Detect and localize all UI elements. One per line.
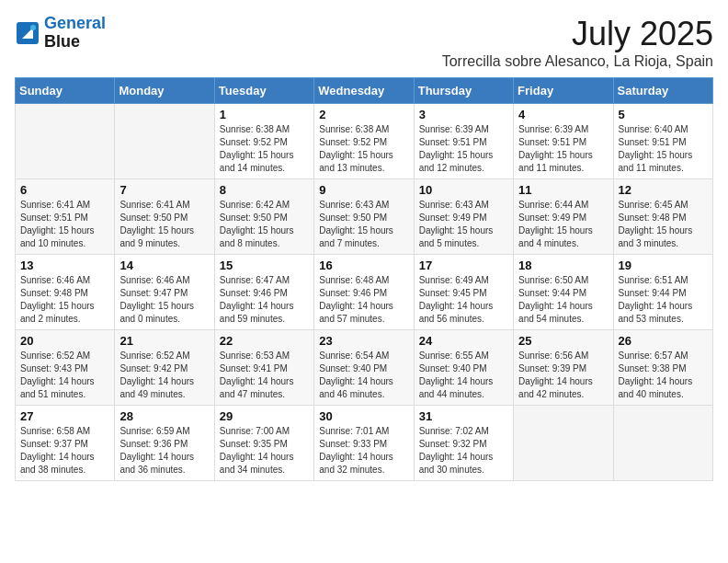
header-cell-monday: Monday [115,78,214,104]
day-cell: 9Sunrise: 6:43 AM Sunset: 9:50 PM Daylig… [314,179,414,255]
day-number: 2 [319,108,408,121]
day-cell: 15Sunrise: 6:47 AM Sunset: 9:46 PM Dayli… [214,255,313,330]
day-cell: 13Sunrise: 6:46 AM Sunset: 9:48 PM Dayli… [16,255,115,330]
week-row-5: 27Sunrise: 6:58 AM Sunset: 9:37 PM Dayli… [16,406,713,481]
week-row-3: 13Sunrise: 6:46 AM Sunset: 9:48 PM Dayli… [16,255,713,330]
day-cell: 1Sunrise: 6:38 AM Sunset: 9:52 PM Daylig… [214,104,313,179]
day-cell: 24Sunrise: 6:55 AM Sunset: 9:40 PM Dayli… [414,330,513,406]
day-cell: 4Sunrise: 6:39 AM Sunset: 9:51 PM Daylig… [514,104,613,179]
day-cell [16,104,115,179]
location: Torrecilla sobre Alesanco, La Rioja, Spa… [442,53,713,70]
day-cell: 21Sunrise: 6:52 AM Sunset: 9:42 PM Dayli… [115,330,214,406]
calendar-header: SundayMondayTuesdayWednesdayThursdayFrid… [16,78,713,104]
day-number: 18 [518,259,608,272]
header-cell-thursday: Thursday [414,78,513,104]
day-number: 3 [419,108,508,121]
day-info: Sunrise: 6:46 AM Sunset: 9:47 PM Dayligh… [119,274,209,326]
header-cell-sunday: Sunday [16,78,115,104]
calendar-table: SundayMondayTuesdayWednesdayThursdayFrid… [15,77,713,481]
week-row-4: 20Sunrise: 6:52 AM Sunset: 9:43 PM Dayli… [16,330,713,406]
day-cell: 10Sunrise: 6:43 AM Sunset: 9:49 PM Dayli… [414,179,513,255]
day-cell: 16Sunrise: 6:48 AM Sunset: 9:46 PM Dayli… [314,255,414,330]
day-cell: 6Sunrise: 6:41 AM Sunset: 9:51 PM Daylig… [16,179,115,255]
header-cell-wednesday: Wednesday [314,78,414,104]
day-cell: 3Sunrise: 6:39 AM Sunset: 9:51 PM Daylig… [414,104,513,179]
day-cell: 29Sunrise: 7:00 AM Sunset: 9:35 PM Dayli… [214,406,313,481]
day-number: 30 [319,409,408,423]
calendar-body: 1Sunrise: 6:38 AM Sunset: 9:52 PM Daylig… [16,104,713,481]
day-info: Sunrise: 6:41 AM Sunset: 9:50 PM Dayligh… [119,199,209,250]
day-number: 29 [220,409,309,423]
day-info: Sunrise: 6:59 AM Sunset: 9:36 PM Dayligh… [119,425,209,477]
month-title: July 2025 [442,15,713,53]
week-row-1: 1Sunrise: 6:38 AM Sunset: 9:52 PM Daylig… [16,104,713,179]
header-cell-tuesday: Tuesday [214,78,313,104]
day-info: Sunrise: 6:43 AM Sunset: 9:50 PM Dayligh… [319,199,408,250]
day-info: Sunrise: 6:43 AM Sunset: 9:49 PM Dayligh… [419,199,508,250]
day-cell: 14Sunrise: 6:46 AM Sunset: 9:47 PM Dayli… [115,255,214,330]
day-number: 31 [419,409,508,423]
day-cell: 23Sunrise: 6:54 AM Sunset: 9:40 PM Dayli… [314,330,414,406]
day-cell: 30Sunrise: 7:01 AM Sunset: 9:33 PM Dayli… [314,406,414,481]
day-info: Sunrise: 7:00 AM Sunset: 9:35 PM Dayligh… [220,425,309,477]
day-cell: 5Sunrise: 6:40 AM Sunset: 9:51 PM Daylig… [613,104,712,179]
day-number: 10 [419,183,508,197]
day-cell [613,406,712,481]
day-number: 23 [319,334,408,348]
day-info: Sunrise: 6:58 AM Sunset: 9:37 PM Dayligh… [20,425,109,477]
day-cell: 28Sunrise: 6:59 AM Sunset: 9:36 PM Dayli… [115,406,214,481]
day-info: Sunrise: 6:44 AM Sunset: 9:49 PM Dayligh… [518,199,608,250]
day-cell: 2Sunrise: 6:38 AM Sunset: 9:52 PM Daylig… [314,104,414,179]
day-cell: 26Sunrise: 6:57 AM Sunset: 9:38 PM Dayli… [613,330,712,406]
day-number: 5 [619,108,708,121]
day-number: 27 [20,409,109,423]
logo-icon [15,20,40,46]
day-info: Sunrise: 6:38 AM Sunset: 9:52 PM Dayligh… [220,123,309,175]
week-row-2: 6Sunrise: 6:41 AM Sunset: 9:51 PM Daylig… [16,179,713,255]
day-cell: 31Sunrise: 7:02 AM Sunset: 9:32 PM Dayli… [414,406,513,481]
day-info: Sunrise: 6:49 AM Sunset: 9:45 PM Dayligh… [419,274,508,326]
day-number: 7 [119,183,209,197]
day-number: 28 [119,409,209,423]
logo-text: General Blue [44,15,106,52]
page-header: General Blue July 2025 Torrecilla sobre … [15,15,713,70]
day-number: 22 [220,334,309,348]
day-info: Sunrise: 6:55 AM Sunset: 9:40 PM Dayligh… [419,350,508,401]
day-cell: 11Sunrise: 6:44 AM Sunset: 9:49 PM Dayli… [514,179,613,255]
day-number: 13 [20,259,109,272]
day-number: 11 [518,183,608,197]
day-info: Sunrise: 6:57 AM Sunset: 9:38 PM Dayligh… [619,350,708,401]
day-cell: 7Sunrise: 6:41 AM Sunset: 9:50 PM Daylig… [115,179,214,255]
day-number: 19 [619,259,708,272]
day-cell: 27Sunrise: 6:58 AM Sunset: 9:37 PM Dayli… [16,406,115,481]
day-number: 4 [518,108,608,121]
title-block: July 2025 Torrecilla sobre Alesanco, La … [442,15,713,70]
svg-point-2 [30,25,36,30]
day-info: Sunrise: 6:39 AM Sunset: 9:51 PM Dayligh… [518,123,608,175]
day-cell: 8Sunrise: 6:42 AM Sunset: 9:50 PM Daylig… [214,179,313,255]
day-number: 9 [319,183,408,197]
day-cell: 19Sunrise: 6:51 AM Sunset: 9:44 PM Dayli… [613,255,712,330]
day-info: Sunrise: 6:53 AM Sunset: 9:41 PM Dayligh… [220,350,309,401]
day-info: Sunrise: 6:46 AM Sunset: 9:48 PM Dayligh… [20,274,109,326]
day-cell: 25Sunrise: 6:56 AM Sunset: 9:39 PM Dayli… [514,330,613,406]
day-number: 12 [619,183,708,197]
header-cell-friday: Friday [514,78,613,104]
day-info: Sunrise: 6:54 AM Sunset: 9:40 PM Dayligh… [319,350,408,401]
day-info: Sunrise: 6:52 AM Sunset: 9:43 PM Dayligh… [20,350,109,401]
logo: General Blue [15,15,106,52]
header-cell-saturday: Saturday [613,78,712,104]
day-info: Sunrise: 6:47 AM Sunset: 9:46 PM Dayligh… [220,274,309,326]
day-info: Sunrise: 6:45 AM Sunset: 9:48 PM Dayligh… [619,199,708,250]
day-info: Sunrise: 6:52 AM Sunset: 9:42 PM Dayligh… [119,350,209,401]
day-info: Sunrise: 6:38 AM Sunset: 9:52 PM Dayligh… [319,123,408,175]
day-cell [514,406,613,481]
day-cell: 17Sunrise: 6:49 AM Sunset: 9:45 PM Dayli… [414,255,513,330]
day-number: 17 [419,259,508,272]
day-info: Sunrise: 6:51 AM Sunset: 9:44 PM Dayligh… [619,274,708,326]
day-number: 20 [20,334,109,348]
day-info: Sunrise: 6:56 AM Sunset: 9:39 PM Dayligh… [518,350,608,401]
day-info: Sunrise: 6:42 AM Sunset: 9:50 PM Dayligh… [220,199,309,250]
day-info: Sunrise: 6:50 AM Sunset: 9:44 PM Dayligh… [518,274,608,326]
day-info: Sunrise: 7:02 AM Sunset: 9:32 PM Dayligh… [419,425,508,477]
